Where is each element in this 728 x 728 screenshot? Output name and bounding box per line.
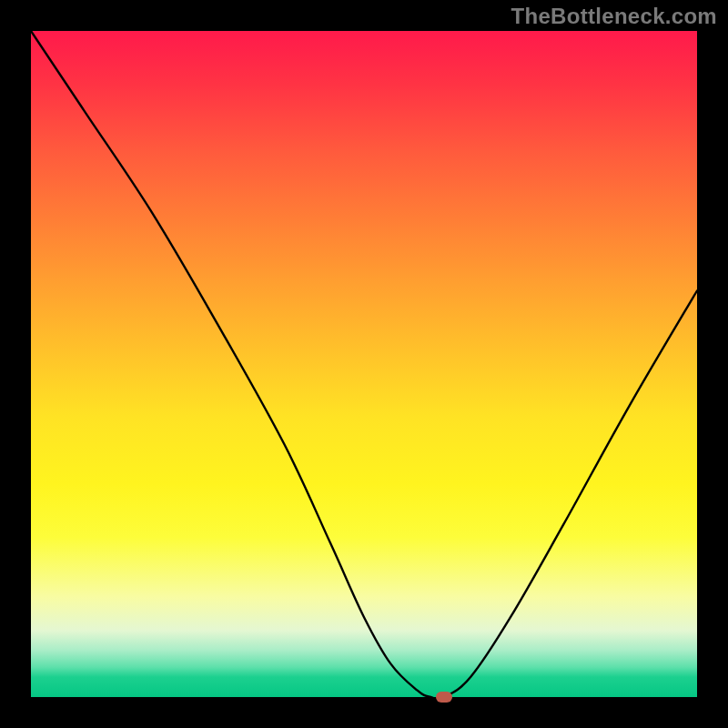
curve-path: [31, 31, 697, 697]
bottleneck-curve: [31, 31, 697, 697]
optimum-marker: [436, 692, 452, 703]
chart-frame: TheBottleneck.com: [0, 0, 728, 728]
plot-area: [31, 31, 697, 697]
watermark-text: TheBottleneck.com: [511, 4, 717, 29]
